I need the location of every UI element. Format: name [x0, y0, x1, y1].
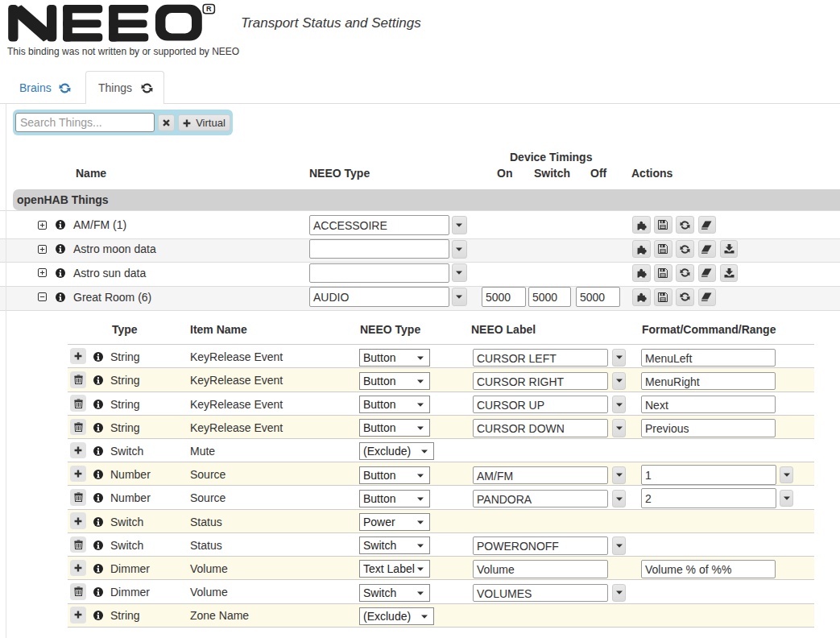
svg-text:R: R — [206, 5, 212, 13]
